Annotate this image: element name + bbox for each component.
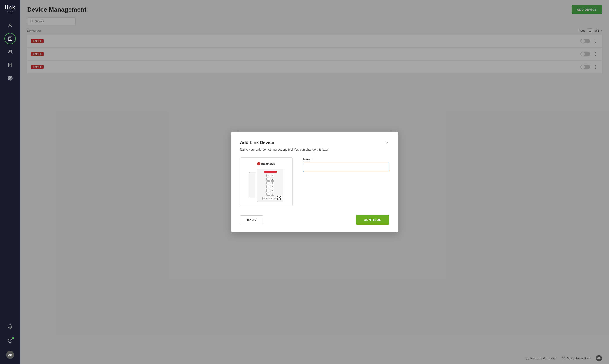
key-star: * <box>267 193 270 195</box>
qr-cell <box>277 198 278 200</box>
device-illustration: medixsafe 1 2 3 4 5 6 <box>240 157 293 206</box>
sidebar-item-device[interactable] <box>4 33 16 44</box>
qr-cell <box>277 195 278 197</box>
key-9: 9 <box>267 189 270 192</box>
svg-point-3 <box>10 39 10 40</box>
modal-form: Name <box>303 157 389 172</box>
svg-point-4 <box>9 51 10 52</box>
continue-button[interactable]: CONTINUE <box>356 215 389 225</box>
brand-name: medixsafe <box>261 162 275 165</box>
key-1: 1 <box>267 174 270 177</box>
safe-red-bar <box>264 171 277 173</box>
qr-cell <box>277 197 278 198</box>
medixsafe-logo: medixsafe <box>257 162 275 165</box>
app-logo: link 1.7.0 <box>0 0 20 18</box>
key-6: 6 <box>271 181 274 184</box>
add-device-modal: Add Link Device × Name your safe somethi… <box>231 131 398 233</box>
svg-point-0 <box>9 24 11 26</box>
key-0: 0 <box>271 189 274 192</box>
modal-close-button[interactable]: × <box>385 139 389 145</box>
sidebar-account[interactable]: AD <box>4 349 16 361</box>
app-name: link <box>5 4 16 11</box>
key-7: 7 <box>267 185 270 188</box>
sidebar: link 1.7.0 <box>0 0 20 364</box>
modal-title: Add Link Device <box>240 140 274 145</box>
key-3: 3 <box>267 178 270 181</box>
sidebar-item-group[interactable] <box>4 46 16 58</box>
modal-subtitle: Name your safe something descriptive! Yo… <box>240 148 389 151</box>
sidebar-notifications[interactable] <box>4 321 16 332</box>
key-4: 4 <box>271 178 274 181</box>
sidebar-item-reports[interactable] <box>4 59 16 71</box>
svg-point-5 <box>11 51 12 52</box>
qr-code <box>277 195 282 200</box>
safe-door <box>249 172 255 198</box>
back-button[interactable]: BACK <box>240 215 263 224</box>
safe-body: 1 2 3 4 5 6 7 8 9 0 * # <box>257 169 284 202</box>
modal-overlay: Add Link Device × Name your safe somethi… <box>20 0 609 364</box>
qr-cell <box>280 197 281 198</box>
sidebar-help[interactable] <box>4 335 16 346</box>
key-8: 8 <box>271 185 274 188</box>
key-2: 2 <box>271 174 274 177</box>
safe-keypad: 1 2 3 4 5 6 7 8 9 0 * # <box>267 174 274 195</box>
sidebar-item-users[interactable] <box>4 20 16 31</box>
sidebar-bottom: AD <box>4 321 16 364</box>
svg-rect-2 <box>9 38 11 39</box>
name-label: Name <box>303 157 389 161</box>
qr-cell <box>279 195 280 197</box>
qr-cell <box>280 198 281 200</box>
key-5: 5 <box>267 181 270 184</box>
logo-circle <box>257 162 260 165</box>
qr-cell <box>280 195 281 197</box>
qr-cell <box>279 198 280 200</box>
key-hash: # <box>271 193 274 195</box>
qr-cell <box>279 197 280 198</box>
modal-header: Add Link Device × <box>240 139 389 145</box>
sidebar-nav <box>0 18 20 321</box>
modal-footer: BACK CONTINUE <box>240 215 389 225</box>
app-version: 1.7.0 <box>7 11 13 13</box>
modal-body: medixsafe 1 2 3 4 5 6 <box>240 157 389 206</box>
mac-address: A1:B2:C3:D4:E5:F6 <box>262 197 278 200</box>
sidebar-item-settings[interactable] <box>4 72 16 84</box>
name-input[interactable] <box>303 163 389 172</box>
svg-point-10 <box>9 78 11 79</box>
avatar: AD <box>6 351 14 359</box>
help-notification-dot <box>12 337 14 339</box>
safe-drawing: 1 2 3 4 5 6 7 8 9 0 * # <box>249 169 284 202</box>
main-content: Device Management ADD DEVICE Devices per… <box>20 0 609 364</box>
